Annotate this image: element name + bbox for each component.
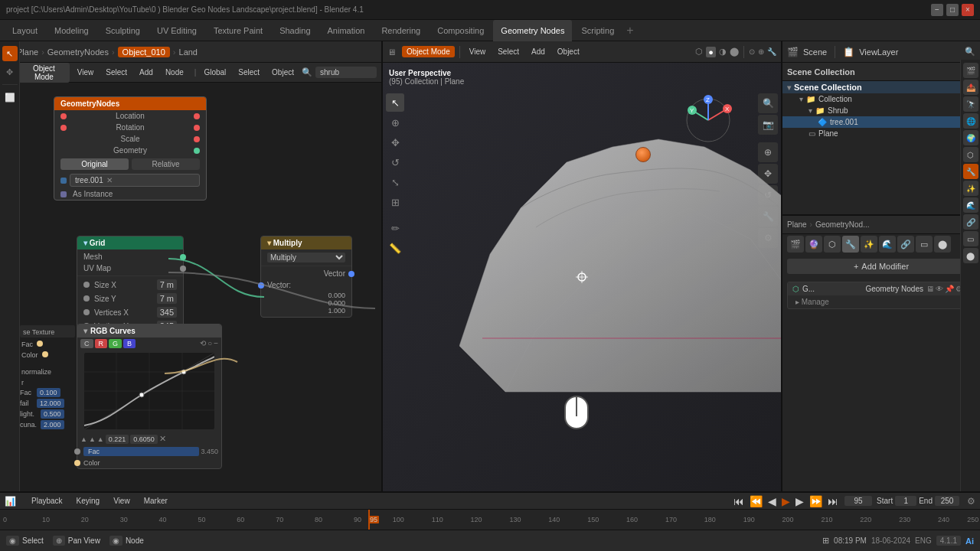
vp-material-icon[interactable]: ◑ [719,47,727,57]
jump-end-button[interactable]: ⏭ [826,495,840,507]
gn-icon-render[interactable]: 🖥 [926,285,934,293]
select-button[interactable]: Select [101,67,132,78]
timeline-ruler[interactable]: 0 10 20 30 40 50 60 70 80 90 95 100 110 … [0,510,980,530]
outliner-plane[interactable]: ▭ Plane 👁 [782,128,980,139]
tab-modeling[interactable]: Modeling [47,20,96,41]
node-search-input[interactable] [315,67,377,78]
tab-compositing[interactable]: Compositing [430,20,492,41]
modifier-icon-material[interactable]: ⬤ [934,236,951,253]
fac-val2[interactable]: 0.6050 [130,435,158,444]
step-fwd-button[interactable]: ⏩ [808,495,824,507]
viewport-canvas[interactable]: User Perspective (95) Collection | Plane… [383,63,781,491]
modifier-icon-object[interactable]: ⬡ [824,236,841,253]
outliner-shrub[interactable]: ▾ 📁 Shrub 👁 [782,105,980,116]
manage-button[interactable]: ▸ Manage [788,295,975,308]
annotate-tool[interactable]: ✏ [386,219,404,237]
fac-val1[interactable]: 0.221 [106,435,129,444]
lmb-icon[interactable]: ◉ [6,536,19,546]
end-frame-input[interactable] [935,496,959,506]
minimize-button[interactable]: − [931,4,943,16]
object-filter-button[interactable]: Object [267,67,299,78]
fac-close-icon[interactable]: ✕ [159,434,166,444]
move-tool[interactable]: ✥ [386,133,404,152]
original-button[interactable]: Original [60,158,129,170]
viewport-object-menu[interactable]: Object [553,46,584,57]
breadcrumb-object[interactable]: Object_010 [118,47,170,57]
collection-chip[interactable]: tree.001 ✕ [70,174,200,187]
strip-box-icon[interactable]: ⬜ [2,90,18,105]
select-tool[interactable]: ↖ [386,93,404,112]
timeline-type-icon[interactable]: 📊 [5,496,16,507]
outliner-tree001[interactable]: 🔷 tree.001 👁 [782,116,980,128]
mmb-icon[interactable]: ⊕ [53,536,65,546]
cursor-tool[interactable]: ⊕ [386,113,404,132]
add-button[interactable]: Add [135,67,158,78]
fac-field[interactable]: Fac [83,447,199,456]
select-filter-button[interactable]: Select [234,67,264,78]
node-canvas[interactable]: GeometryNodes Location Rotation Scale [0,83,381,491]
current-frame-input[interactable] [844,496,872,506]
fac-num-val[interactable]: 0.100 [37,388,60,397]
relative-button[interactable]: Relative [132,158,200,170]
sizey-value[interactable]: 7 m [157,293,177,304]
strip-move-icon[interactable]: ✥ [2,64,18,80]
close-button[interactable]: × [962,4,974,16]
viewport-select-menu[interactable]: Select [493,46,524,57]
scene-collection-row[interactable]: ▾ Scene Collection [782,81,980,93]
outliner-collection-header[interactable]: ▾ 📁 Collection 👁 [782,93,980,105]
breadcrumb-plane[interactable]: Plane [17,47,38,57]
transform-tool[interactable]: ⊞ [386,193,404,211]
gn-icon-view[interactable]: 👁 [936,285,943,293]
prop-data-icon[interactable]: ▭ [963,231,978,246]
prop-constraints-icon[interactable]: 🔗 [963,216,978,230]
props-geonodes-crumb[interactable]: GeometryNod... [815,220,870,229]
channel-g[interactable]: G [109,339,122,348]
collection-remove-icon[interactable]: ✕ [106,176,113,184]
channel-r[interactable]: R [95,339,108,348]
tab-texture-paint[interactable]: Texture Paint [206,20,270,41]
rgb-icon1[interactable]: ⟲ [200,339,206,348]
start-frame-input[interactable] [895,496,916,506]
modifier-icon-physics[interactable]: 🌊 [879,236,896,253]
rgb-icon2[interactable]: ○ [207,339,212,348]
modifier-icon-scene[interactable]: 🔮 [805,236,822,253]
add-workspace-button[interactable]: + [626,24,633,37]
modifier-icon-render[interactable]: 🎬 [787,236,804,253]
breadcrumb-land[interactable]: Land [179,47,198,57]
scene-name[interactable]: Scene [803,47,827,57]
view-button[interactable]: View [73,67,99,78]
scale-tool[interactable]: ⤡ [386,173,404,191]
multiply-type-select[interactable]: Multiply [267,253,345,262]
cunua-num-val[interactable]: 2.000 [41,420,64,429]
props-plane-crumb[interactable]: Plane [787,220,807,229]
channel-b[interactable]: B [123,339,136,348]
sizex-value[interactable]: 7 m [157,279,177,290]
prev-frame-button[interactable]: ◀ [766,495,778,507]
viewport-view-menu[interactable]: View [465,46,491,57]
gn-icon-pin[interactable]: 📌 [945,285,954,293]
tab-rendering[interactable]: Rendering [374,20,428,41]
measure-tool[interactable]: 📏 [386,239,404,257]
viewport-add-menu[interactable]: Add [527,46,550,57]
vp-render-icon[interactable]: ⬤ [730,47,739,57]
next-frame-button[interactable]: ▶ [794,495,805,507]
prop-material-icon[interactable]: ⬤ [963,248,978,263]
vp-solid-icon[interactable]: ● [706,47,716,57]
vp-wireframe-icon[interactable]: ⬡ [695,47,703,57]
light-num-val[interactable]: 0.500 [41,409,64,419]
tab-scripting[interactable]: Scripting [573,20,622,41]
tab-geometry-nodes[interactable]: Geometry Nodes [493,20,572,41]
vp-snap-icon[interactable]: 🔧 [767,47,776,56]
marker-button[interactable]: Marker [139,495,172,507]
timeline-settings-icon[interactable]: ⚙ [967,496,975,507]
rotate-tool[interactable]: ↺ [386,153,404,171]
jump-start-button[interactable]: ⏮ [732,495,746,507]
breadcrumb-geonodes[interactable]: GeometryNodes [47,47,109,57]
add-modifier-button[interactable]: + Add Modifier [787,259,975,274]
timeline-view-button[interactable]: View [109,495,135,507]
vertx-value[interactable]: 345 [157,307,177,318]
playback-button[interactable]: Playback [27,495,67,507]
vp-overlay-icon[interactable]: ⊙ [749,47,755,56]
viewlayer-name[interactable]: ViewLayer [859,47,898,57]
rmb-icon[interactable]: ◉ [109,536,122,546]
